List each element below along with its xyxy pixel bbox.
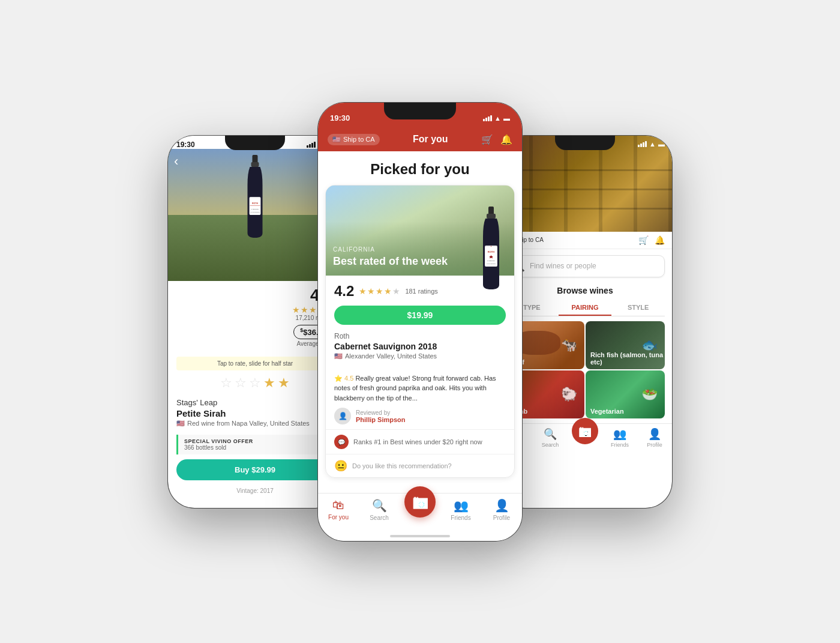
center-nav-title: For you (413, 134, 448, 145)
tab-pairing[interactable]: PAIRING (559, 300, 612, 316)
notch-center (384, 103, 456, 119)
nav-item-search[interactable]: 🔍 Search (359, 498, 400, 521)
left-wine-info: Stags' Leap Petite Sirah 🇺🇸 Red wine fro… (168, 396, 342, 432)
left-winery: Stags' Leap (176, 398, 334, 407)
phone-left: 19:30 ▲ ▬ ‹ (168, 136, 342, 508)
review-stars: ⭐ 4.5 (334, 375, 353, 382)
reviewer-row: 👤 Reviewed by Phillip Simpson (334, 408, 506, 424)
svg-text:SAUVIGNON: SAUVIGNON (250, 211, 259, 213)
wifi-icon-right: ▲ (649, 140, 656, 148)
nav-item-for-you[interactable]: 🛍 For you (318, 498, 359, 521)
for-you-label: For you (328, 514, 349, 521)
veg-icon: 🥗 (641, 387, 658, 402)
center-time: 19:30 (330, 113, 350, 122)
wine-rating: 4.2 (334, 283, 354, 300)
right-nav-search[interactable]: 🔍 Search (533, 427, 568, 448)
right-profile-label: Profile (647, 442, 662, 448)
picked-title: Picked for you (318, 151, 522, 185)
svg-rect-9 (487, 214, 496, 219)
for-you-icon: 🛍 (332, 498, 344, 512)
center-status-icons: ▲ ▬ (483, 115, 510, 122)
price-button[interactable]: $19.99 (334, 306, 506, 325)
svg-text:CABERNET: CABERNET (487, 260, 496, 262)
profile-label: Profile (493, 515, 510, 521)
reviewed-by-label: Reviewed by (356, 409, 406, 416)
svg-text:SAUVIGNON: SAUVIGNON (487, 263, 496, 265)
right-camera-button[interactable]: 📷 (572, 418, 598, 444)
buy-button[interactable]: Buy $29.99 (176, 459, 334, 480)
wine-flag: 🇺🇸 (334, 352, 343, 360)
left-rating-area: 4.2 ★ ★ ★ ★ ★ 17,210 ratings $$36.99 Ave (168, 281, 342, 352)
wine-hero: CALIFORNIA Best rated of the week ROTH (326, 186, 514, 276)
ship-badge[interactable]: 🇺🇸 Ship to CA (328, 134, 380, 145)
right-header-bar: 🇺🇸 Ship to CA 🛒 🔔 (498, 232, 672, 249)
wine-card[interactable]: CALIFORNIA Best rated of the week ROTH (325, 185, 515, 478)
offer-label: SPECIAL VIVINO OFFER (184, 438, 328, 444)
center-nav: 🛍 For you 🔍 Search 📷 👥 Friends (318, 493, 522, 541)
pairing-veg[interactable]: Vegetarian 🥗 (586, 370, 665, 418)
search-label: Search (370, 515, 389, 521)
fish-label: Rich fish (salmon, tuna etc) (590, 351, 665, 366)
lamb-icon: 🐑 (561, 387, 577, 402)
friends-icon: 👥 (454, 498, 469, 513)
right-bell-icon[interactable]: 🔔 (655, 235, 665, 245)
flag-icon: 🇺🇸 (332, 136, 341, 143)
vineyard-hero: ‹ 🛒 ROTH CABERNET SAUVIGNON (168, 149, 342, 281)
svg-text:ROTH: ROTH (252, 202, 258, 205)
search-bar[interactable]: 🔍 Find wines or people (505, 255, 665, 277)
right-cart-icon[interactable]: 🛒 (638, 235, 649, 245)
camera-button[interactable]: 📷 (404, 486, 436, 518)
wine-info: Roth Cabernet Sauvignon 2018 🇺🇸 Alexande… (334, 331, 506, 361)
wine-origin: 🇺🇸 Alexander Valley, United States (334, 352, 506, 360)
svg-text:CABERNET: CABERNET (251, 208, 259, 210)
right-header-icons: 🛒 🔔 (638, 235, 665, 245)
notch-right (555, 136, 615, 150)
browse-title: Browse wines (498, 283, 672, 300)
nav-item-camera[interactable]: 📷 (400, 498, 440, 518)
svg-rect-5 (250, 205, 260, 206)
wine-bottle-left: ROTH CABERNET SAUVIGNON (242, 155, 269, 239)
rank-row: 💬 Ranks #1 in Best wines under $20 right… (326, 429, 514, 454)
browse-tabs: TYPE PAIRING STYLE (505, 300, 665, 316)
california-label: CALIFORNIA (333, 246, 448, 253)
pairing-grid: Beef 🐄 Rich fish (salmon, tuna etc) 🐟 La… (505, 321, 665, 418)
wine-hero-text: CALIFORNIA Best rated of the week (333, 246, 448, 268)
tab-style[interactable]: STYLE (611, 300, 665, 316)
back-button[interactable]: ‹ (174, 154, 178, 169)
right-friends-icon: 👥 (613, 427, 626, 441)
nav-item-friends[interactable]: 👥 Friends (440, 498, 481, 521)
beef-icon: 🐄 (561, 337, 577, 353)
search-placeholder: Find wines or people (530, 262, 596, 270)
reviewer-info: Reviewed by Phillip Simpson (356, 409, 406, 423)
friends-label: Friends (451, 515, 470, 521)
battery-icon-right: ▬ (658, 140, 665, 148)
phone-center: 19:30 ▲ ▬ 🇺🇸 Ship to CA (318, 103, 522, 541)
svg-rect-1 (251, 162, 259, 167)
offer-bottles: 366 bottles sold (184, 444, 328, 451)
reviewer-name[interactable]: Phillip Simpson (356, 416, 406, 423)
camera-icon: 📷 (412, 494, 428, 510)
right-profile-icon: 👤 (648, 427, 661, 441)
signal-icon-right (638, 141, 647, 147)
pairing-fish[interactable]: Rich fish (salmon, tuna etc) 🐟 (586, 321, 665, 369)
nav-item-profile[interactable]: 👤 Profile (481, 498, 522, 521)
rate-stars: ☆ ☆ ☆ ★ ★ (168, 370, 342, 396)
special-offer: SPECIAL VIVINO OFFER 366 bottles sold (176, 435, 334, 454)
left-wine-name: Petite Sirah (176, 408, 334, 418)
right-search-icon: 🔍 (544, 427, 557, 441)
right-status-icons: ▲ ▬ (638, 140, 665, 148)
right-nav: 🛍 you 🔍 Search 📷 👥 Friends 👤 (498, 423, 672, 462)
right-nav-camera[interactable]: 📷 (568, 427, 602, 444)
search-icon-nav: 🔍 (372, 498, 387, 513)
right-nav-friends[interactable]: 👥 Friends (602, 427, 637, 448)
cart-icon-center[interactable]: 🛒 (481, 134, 493, 145)
right-nav-profile[interactable]: 👤 Profile (637, 427, 672, 448)
ship-to-label: Ship to CA (343, 136, 375, 143)
review-section: ⭐ 4.5 Really great value! Strong fruit f… (326, 369, 514, 430)
signal-icon (307, 142, 316, 148)
profile-icon: 👤 (494, 498, 509, 513)
left-content: ‹ 🛒 ROTH CABERNET SAUVIGNON (168, 149, 342, 508)
left-time: 19:30 (176, 140, 195, 149)
bell-icon-center[interactable]: 🔔 (500, 134, 512, 145)
signal-icon-center (483, 115, 492, 121)
